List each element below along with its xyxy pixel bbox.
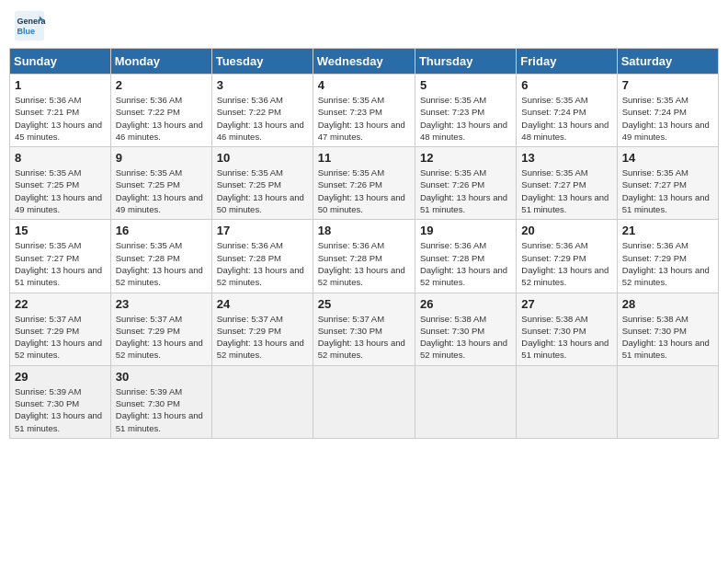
day-info: Sunrise: 5:38 AMSunset: 7:30 PMDaylight:… xyxy=(420,313,511,362)
day-info: Sunrise: 5:35 AMSunset: 7:28 PMDaylight:… xyxy=(116,239,207,288)
day-info: Sunrise: 5:35 AMSunset: 7:23 PMDaylight:… xyxy=(420,94,511,143)
calendar-day-cell: 24Sunrise: 5:37 AMSunset: 7:29 PMDayligh… xyxy=(211,293,313,365)
day-number: 7 xyxy=(622,78,713,92)
day-number: 21 xyxy=(622,224,713,237)
day-info: Sunrise: 5:35 AMSunset: 7:27 PMDaylight:… xyxy=(622,167,713,215)
calendar-day-cell: 30Sunrise: 5:39 AMSunset: 7:30 PMDayligh… xyxy=(110,365,211,438)
weekday-header: Monday xyxy=(110,49,211,75)
day-number: 20 xyxy=(521,224,611,237)
day-number: 11 xyxy=(318,151,410,165)
calendar-day-cell: 17Sunrise: 5:36 AMSunset: 7:28 PMDayligh… xyxy=(211,220,313,293)
day-info: Sunrise: 5:37 AMSunset: 7:29 PMDaylight:… xyxy=(15,313,106,362)
calendar-week-row: 8Sunrise: 5:35 AMSunset: 7:25 PMDaylight… xyxy=(10,147,719,220)
day-number: 18 xyxy=(318,224,410,237)
calendar-day-cell: 22Sunrise: 5:37 AMSunset: 7:29 PMDayligh… xyxy=(10,293,111,365)
day-number: 3 xyxy=(217,78,308,92)
day-number: 4 xyxy=(318,78,410,92)
day-number: 19 xyxy=(420,224,511,237)
day-number: 15 xyxy=(15,224,106,237)
calendar-header-row: SundayMondayTuesdayWednesdayThursdayFrid… xyxy=(10,49,719,75)
day-info: Sunrise: 5:35 AMSunset: 7:27 PMDaylight:… xyxy=(521,167,611,215)
day-info: Sunrise: 5:36 AMSunset: 7:28 PMDaylight:… xyxy=(318,239,410,288)
calendar-day-cell: 2Sunrise: 5:36 AMSunset: 7:22 PMDaylight… xyxy=(110,75,211,147)
day-info: Sunrise: 5:38 AMSunset: 7:30 PMDaylight:… xyxy=(521,313,611,362)
calendar-day-cell: 16Sunrise: 5:35 AMSunset: 7:28 PMDayligh… xyxy=(110,220,211,293)
calendar-day-cell xyxy=(211,365,313,438)
day-info: Sunrise: 5:36 AMSunset: 7:28 PMDaylight:… xyxy=(420,239,511,288)
day-info: Sunrise: 5:35 AMSunset: 7:25 PMDaylight:… xyxy=(116,167,207,215)
day-info: Sunrise: 5:35 AMSunset: 7:26 PMDaylight:… xyxy=(318,167,410,215)
calendar-day-cell: 21Sunrise: 5:36 AMSunset: 7:29 PMDayligh… xyxy=(617,220,718,293)
day-info: Sunrise: 5:38 AMSunset: 7:30 PMDaylight:… xyxy=(622,313,713,362)
day-number: 8 xyxy=(15,151,106,165)
day-number: 12 xyxy=(420,151,511,165)
day-info: Sunrise: 5:36 AMSunset: 7:21 PMDaylight:… xyxy=(15,94,106,143)
day-info: Sunrise: 5:35 AMSunset: 7:23 PMDaylight:… xyxy=(318,94,410,143)
calendar-day-cell: 29Sunrise: 5:39 AMSunset: 7:30 PMDayligh… xyxy=(10,365,111,438)
calendar-week-row: 22Sunrise: 5:37 AMSunset: 7:29 PMDayligh… xyxy=(10,293,719,365)
weekday-header: Thursday xyxy=(415,49,516,75)
calendar-day-cell xyxy=(415,365,516,438)
day-number: 2 xyxy=(116,78,207,92)
day-info: Sunrise: 5:35 AMSunset: 7:25 PMDaylight:… xyxy=(217,167,308,215)
day-info: Sunrise: 5:37 AMSunset: 7:30 PMDaylight:… xyxy=(318,313,410,362)
weekday-header: Sunday xyxy=(10,49,111,75)
calendar-day-cell: 25Sunrise: 5:37 AMSunset: 7:30 PMDayligh… xyxy=(313,293,415,365)
day-number: 10 xyxy=(217,151,308,165)
calendar-table: SundayMondayTuesdayWednesdayThursdayFrid… xyxy=(9,48,719,439)
calendar-day-cell: 10Sunrise: 5:35 AMSunset: 7:25 PMDayligh… xyxy=(211,147,313,220)
day-number: 5 xyxy=(420,78,511,92)
calendar-day-cell: 20Sunrise: 5:36 AMSunset: 7:29 PMDayligh… xyxy=(517,220,617,293)
day-number: 9 xyxy=(116,151,207,165)
day-info: Sunrise: 5:36 AMSunset: 7:28 PMDaylight:… xyxy=(217,239,308,288)
logo: General Blue xyxy=(13,9,50,42)
calendar-day-cell: 1Sunrise: 5:36 AMSunset: 7:21 PMDaylight… xyxy=(10,75,111,147)
calendar-day-cell: 27Sunrise: 5:38 AMSunset: 7:30 PMDayligh… xyxy=(517,293,617,365)
calendar-day-cell: 18Sunrise: 5:36 AMSunset: 7:28 PMDayligh… xyxy=(313,220,415,293)
calendar-day-cell: 23Sunrise: 5:37 AMSunset: 7:29 PMDayligh… xyxy=(110,293,211,365)
day-info: Sunrise: 5:37 AMSunset: 7:29 PMDaylight:… xyxy=(217,313,308,362)
calendar-day-cell xyxy=(313,365,415,438)
calendar-day-cell: 28Sunrise: 5:38 AMSunset: 7:30 PMDayligh… xyxy=(617,293,718,365)
day-info: Sunrise: 5:36 AMSunset: 7:22 PMDaylight:… xyxy=(116,94,207,143)
day-number: 30 xyxy=(116,370,207,384)
calendar-day-cell: 19Sunrise: 5:36 AMSunset: 7:28 PMDayligh… xyxy=(415,220,516,293)
calendar-day-cell: 13Sunrise: 5:35 AMSunset: 7:27 PMDayligh… xyxy=(517,147,617,220)
day-info: Sunrise: 5:39 AMSunset: 7:30 PMDaylight:… xyxy=(15,385,106,434)
calendar-day-cell: 8Sunrise: 5:35 AMSunset: 7:25 PMDaylight… xyxy=(10,147,111,220)
day-info: Sunrise: 5:36 AMSunset: 7:29 PMDaylight:… xyxy=(622,239,713,288)
day-number: 23 xyxy=(116,297,207,311)
page-header: General Blue xyxy=(9,9,719,42)
day-info: Sunrise: 5:35 AMSunset: 7:25 PMDaylight:… xyxy=(15,167,106,215)
day-number: 14 xyxy=(622,151,713,165)
calendar-day-cell: 4Sunrise: 5:35 AMSunset: 7:23 PMDaylight… xyxy=(313,75,415,147)
calendar-day-cell: 5Sunrise: 5:35 AMSunset: 7:23 PMDaylight… xyxy=(415,75,516,147)
calendar-day-cell: 12Sunrise: 5:35 AMSunset: 7:26 PMDayligh… xyxy=(415,147,516,220)
calendar-day-cell: 6Sunrise: 5:35 AMSunset: 7:24 PMDaylight… xyxy=(517,75,617,147)
day-info: Sunrise: 5:35 AMSunset: 7:24 PMDaylight:… xyxy=(622,94,713,143)
calendar-day-cell: 9Sunrise: 5:35 AMSunset: 7:25 PMDaylight… xyxy=(110,147,211,220)
day-number: 16 xyxy=(116,224,207,237)
day-info: Sunrise: 5:36 AMSunset: 7:29 PMDaylight:… xyxy=(521,239,611,288)
calendar-day-cell: 15Sunrise: 5:35 AMSunset: 7:27 PMDayligh… xyxy=(10,220,111,293)
day-number: 25 xyxy=(318,297,410,311)
calendar-day-cell xyxy=(517,365,617,438)
calendar-day-cell xyxy=(617,365,718,438)
day-number: 27 xyxy=(521,297,611,311)
weekday-header: Wednesday xyxy=(313,49,415,75)
day-number: 17 xyxy=(217,224,308,237)
day-info: Sunrise: 5:35 AMSunset: 7:27 PMDaylight:… xyxy=(15,239,106,288)
day-number: 1 xyxy=(15,78,106,92)
day-info: Sunrise: 5:37 AMSunset: 7:29 PMDaylight:… xyxy=(116,313,207,362)
weekday-header: Friday xyxy=(517,49,617,75)
logo-icon: General Blue xyxy=(13,9,46,42)
weekday-header: Tuesday xyxy=(211,49,313,75)
day-number: 29 xyxy=(15,370,106,384)
day-info: Sunrise: 5:39 AMSunset: 7:30 PMDaylight:… xyxy=(116,385,207,434)
day-number: 28 xyxy=(622,297,713,311)
day-info: Sunrise: 5:36 AMSunset: 7:22 PMDaylight:… xyxy=(217,94,308,143)
svg-text:Blue: Blue xyxy=(17,27,36,36)
calendar-day-cell: 7Sunrise: 5:35 AMSunset: 7:24 PMDaylight… xyxy=(617,75,718,147)
day-number: 26 xyxy=(420,297,511,311)
weekday-header: Saturday xyxy=(617,49,718,75)
